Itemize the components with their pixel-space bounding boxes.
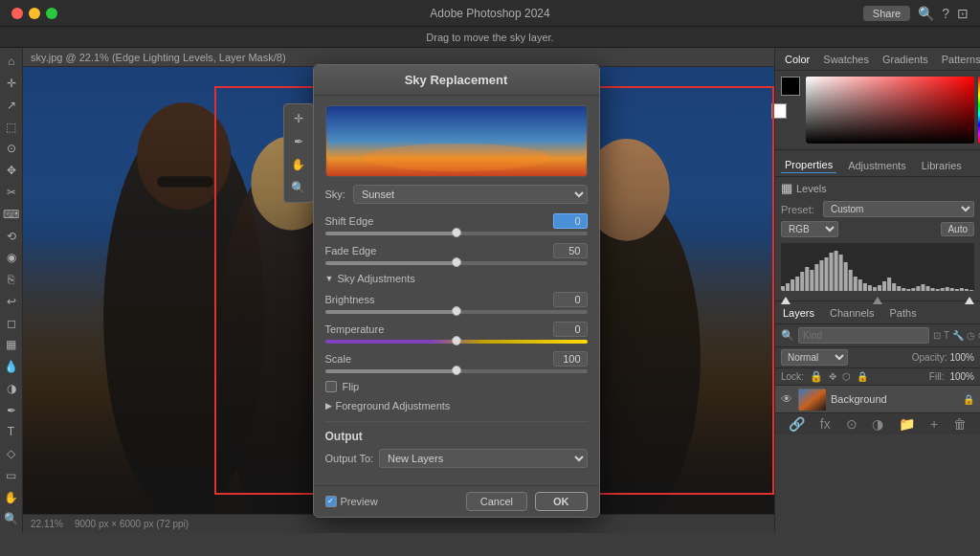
crop-tool[interactable]: ✂ — [1, 183, 22, 203]
eraser-tool[interactable]: ◻ — [1, 313, 22, 333]
background-color-swatch[interactable] — [771, 103, 787, 119]
output-row: Output To: New Layers — [325, 449, 588, 468]
search-icon[interactable]: 🔍 — [918, 6, 934, 21]
close-button[interactable] — [11, 8, 23, 19]
path-tool[interactable]: ◇ — [1, 444, 22, 464]
flip-checkbox[interactable] — [325, 381, 337, 392]
tab-patterns[interactable]: Patterns — [936, 52, 980, 67]
filter-icon-4[interactable]: ◷ — [967, 330, 975, 341]
zoom-tool[interactable]: 🔍 — [1, 509, 22, 529]
pen-tool[interactable]: ✒ — [1, 400, 22, 420]
levels-black-point[interactable] — [781, 297, 791, 304]
levels-mid-point[interactable] — [873, 297, 882, 304]
window-controls[interactable] — [11, 8, 57, 19]
transform-tool[interactable]: ✥ — [1, 161, 22, 181]
new-group-icon[interactable]: 📁 — [899, 416, 915, 432]
new-adjustment-icon[interactable]: ◑ — [872, 416, 883, 432]
preview-checkbox[interactable]: ✓ — [325, 496, 337, 507]
new-layer-icon[interactable]: + — [930, 416, 938, 432]
link-layers-icon[interactable]: 🔗 — [789, 416, 805, 432]
delete-layer-icon[interactable]: 🗑 — [953, 416, 967, 432]
output-to-dropdown[interactable]: New Layers — [379, 449, 587, 468]
lock-artboard-icon[interactable]: ⬡ — [842, 371, 851, 382]
lock-icon[interactable]: 🔒 — [810, 370, 823, 383]
svg-rect-55 — [799, 389, 826, 411]
tab-gradients[interactable]: Gradients — [877, 52, 934, 67]
foreground-header[interactable]: ▶ Foreground Adjustments — [325, 400, 588, 411]
sky-preview-svg — [326, 106, 587, 176]
channel-dropdown[interactable]: RGB — [781, 221, 838, 237]
blur-tool[interactable]: 💧 — [1, 357, 22, 377]
tab-color[interactable]: Color — [779, 52, 815, 67]
lasso-tool[interactable]: ⊙ — [1, 139, 22, 159]
tab-layers[interactable]: Layers — [779, 305, 818, 321]
brush-dialog-tool[interactable]: ✒ — [288, 131, 309, 152]
zoom-dialog-tool[interactable]: 🔍 — [288, 177, 309, 198]
add-mask-icon[interactable]: ⊙ — [846, 416, 858, 432]
layer-visibility-icon[interactable]: 👁 — [781, 392, 792, 406]
hand-tool[interactable]: ✋ — [1, 487, 22, 507]
tab-channels[interactable]: Channels — [826, 305, 878, 321]
dodge-tool[interactable]: ◑ — [1, 378, 22, 398]
clone-tool[interactable]: ⎘ — [1, 270, 22, 290]
brightness-track[interactable] — [325, 310, 588, 314]
maximize-button[interactable] — [46, 8, 57, 19]
levels-white-point[interactable] — [965, 297, 974, 304]
svg-rect-23 — [819, 260, 823, 291]
minimize-button[interactable] — [29, 8, 40, 19]
marquee-tool[interactable]: ⬚ — [1, 117, 22, 137]
help-icon[interactable]: ? — [942, 6, 949, 21]
svg-rect-29 — [849, 270, 853, 291]
shape-tool[interactable]: ▭ — [1, 466, 22, 486]
share-button[interactable]: Share — [863, 6, 910, 21]
heal-tool[interactable]: ⟲ — [1, 226, 22, 246]
brush-tool[interactable]: ◉ — [1, 248, 22, 268]
fade-edge-track[interactable] — [325, 261, 588, 265]
blend-mode-dropdown[interactable]: Normal — [781, 349, 848, 366]
type-tool[interactable]: T — [1, 422, 22, 442]
home-tool[interactable]: ⌂ — [1, 52, 22, 72]
eyedropper-tool[interactable]: ⌨ — [1, 204, 22, 224]
layers-search-input[interactable] — [798, 327, 929, 344]
prop-header: ▦ Levels — [775, 177, 980, 199]
auto-button[interactable]: Auto — [941, 222, 974, 236]
hand-dialog-tool[interactable]: ✋ — [288, 154, 309, 175]
tab-paths[interactable]: Paths — [886, 305, 921, 321]
sky-adjustments-header[interactable]: ▼ Sky Adjustments — [325, 273, 588, 284]
preset-dropdown[interactable]: Custom — [823, 201, 974, 217]
lock-move-icon[interactable]: ✥ — [829, 371, 836, 382]
cancel-button[interactable]: Cancel — [466, 492, 527, 511]
shift-edge-track[interactable] — [325, 232, 588, 235]
layers-tabs: Layers Channels Paths — [775, 301, 980, 324]
filter-icon-2[interactable]: T — [944, 330, 949, 341]
color-gradient-box[interactable] — [806, 77, 974, 144]
gradient-tool[interactable]: ▦ — [1, 335, 22, 355]
layer-item-background[interactable]: 👁 Background 🔒 — [775, 386, 980, 412]
layer-effects-icon[interactable]: fx — [820, 416, 831, 432]
tab-swatches[interactable]: Swatches — [817, 52, 875, 67]
svg-rect-16 — [786, 283, 790, 291]
selection-tool[interactable]: ↗ — [1, 96, 22, 116]
svg-rect-39 — [897, 286, 901, 291]
foreground-section: ▶ Foreground Adjustments — [325, 400, 588, 411]
svg-rect-52 — [960, 288, 964, 291]
tab-libraries[interactable]: Libraries — [918, 158, 966, 173]
tab-properties[interactable]: Properties — [781, 157, 836, 173]
history-tool[interactable]: ↩ — [1, 291, 22, 311]
lock-row: Lock: 🔒 ✥ ⬡ 🔒 Fill: 100% — [775, 368, 980, 386]
filter-icon-3[interactable]: 🔧 — [952, 330, 964, 341]
svg-rect-43 — [916, 286, 920, 291]
temperature-track[interactable] — [325, 340, 588, 344]
ok-button[interactable]: OK — [535, 492, 588, 511]
move-dialog-tool[interactable]: ✛ — [288, 108, 309, 129]
lock-all-icon[interactable]: 🔒 — [857, 371, 868, 382]
sky-selector-dropdown[interactable]: Sunset — [353, 185, 588, 204]
scale-track[interactable] — [325, 369, 588, 373]
move-tool[interactable]: ✛ — [1, 74, 22, 94]
svg-rect-26 — [835, 251, 838, 291]
foreground-color-swatch[interactable] — [781, 77, 800, 96]
svg-rect-32 — [863, 283, 867, 291]
filter-icon-1[interactable]: ⊡ — [933, 330, 941, 341]
tab-adjustments[interactable]: Adjustments — [844, 158, 910, 173]
window-icon[interactable]: ⊡ — [957, 6, 969, 21]
